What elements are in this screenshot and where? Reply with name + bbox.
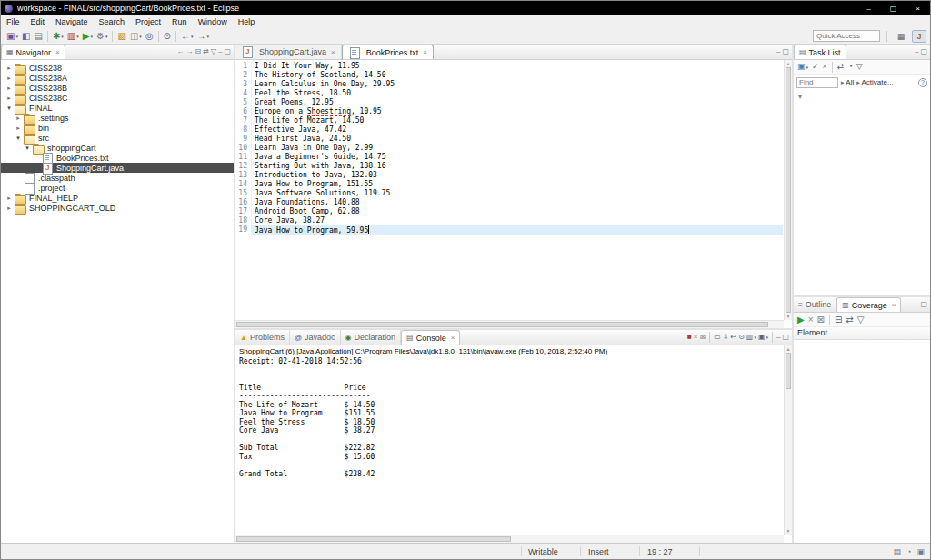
search-icon[interactable]: ⊙ [162,29,173,43]
maximize-icon[interactable]: ▢ [919,46,928,58]
editor-line[interactable]: 16Java Foundations, 140.88 [235,198,783,207]
tree-item--settings[interactable]: ▸.settings [1,113,234,123]
close-icon[interactable]: × [451,334,455,342]
editor-line[interactable]: 1I Did It Your Way, 11.95 [235,62,783,71]
editor-line[interactable]: 7The Life of Mozart, 14.50 [235,116,783,125]
scroll-lock-icon[interactable]: ⇩ [722,332,730,344]
mark-complete-icon[interactable]: ✓ [810,60,821,74]
pin-console-icon[interactable]: ⊙ [737,332,746,344]
link-with-editor-icon[interactable]: ⇄ [836,60,846,74]
expand-arrow-icon[interactable]: ▸ [5,75,14,82]
close-icon[interactable]: × [55,48,60,56]
collapse-arrow-icon[interactable]: ▾ [5,105,14,112]
editor-horizontal-scrollbar[interactable] [235,320,784,328]
navigator-tab[interactable]: ▦ Navigator × [1,45,65,59]
menu-navigate[interactable]: Navigate [50,15,94,28]
editor-text[interactable]: 1I Did It Your Way, 11.952The History of… [235,62,783,235]
console-view-tab-javadoc[interactable]: @Javadoc [290,330,341,345]
remove-all-launches-icon[interactable]: ⊠ [698,332,706,344]
editor-area[interactable]: 1I Did It Your Way, 11.952The History of… [235,60,792,328]
open-console-icon[interactable]: ▣▾ [757,332,769,344]
quick-access-input[interactable] [813,30,880,42]
new-wizard-icon[interactable]: ▣▾ [5,29,20,43]
external-tools-icon[interactable]: ⚙▾ [95,29,109,43]
menu-run[interactable]: Run [166,15,193,28]
tree-item-ciss238a[interactable]: ▸CISS238A [1,73,234,83]
tree-item-final-help[interactable]: ▸FINAL_HELP [1,193,234,203]
expand-arrow-icon[interactable]: ▸ [5,65,14,72]
editor-vertical-scrollbar[interactable]: ▲ ▼ [784,60,792,320]
display-selected-console-icon[interactable]: ▥▾ [746,332,757,344]
help-icon[interactable]: ? [918,78,927,87]
collapse-all-icon[interactable]: ⊟ [833,313,844,326]
collapse-all-icon[interactable]: ⊟ [194,46,202,58]
scrollbar-thumb[interactable] [236,322,768,327]
close-button[interactable]: × [906,1,930,15]
maximize-icon[interactable]: ▢ [781,46,790,58]
new-package-icon[interactable]: ◫▾ [128,29,144,43]
tree-item-shoppingcart-java[interactable]: ShoppingCart.java [1,163,234,173]
expand-arrow-icon[interactable]: ▸ [14,115,23,122]
delete-task-icon[interactable]: × [821,60,829,74]
editor-line[interactable]: 14Java How to Program, 151.55 [235,180,783,189]
task-find-input[interactable] [796,77,838,88]
expand-arrow-icon[interactable]: ▸ [5,85,14,92]
back-icon[interactable]: ← [175,46,185,58]
tree-item-shoppingcart[interactable]: ▾shoppingCart [1,143,234,153]
editor-line[interactable]: 3Learn Calculus in One Day, 29.95 [235,80,783,89]
coverage-icon[interactable]: ▥▾ [65,29,81,43]
menu-search[interactable]: Search [94,15,131,28]
tab-shoppingcart-java[interactable]: ShoppingCart.java × [235,45,342,59]
progress-icon[interactable]: ◔ [905,545,913,559]
close-icon[interactable]: × [423,48,427,56]
coverage-tab[interactable]: ▥ Coverage × [836,297,901,312]
tree-item-bookprices-txt[interactable]: BookPrices.txt [1,153,234,163]
tree-item--classpath[interactable]: .classpath [1,173,234,183]
expand-arrow-icon[interactable]: ▸ [5,195,14,202]
collapse-arrow-icon[interactable]: ▾ [14,135,23,142]
java-perspective-icon[interactable]: J [912,30,926,43]
editor-line[interactable]: 9Head First Java, 24.50 [235,135,783,144]
console-horizontal-scrollbar[interactable] [235,535,784,543]
editor-line[interactable]: 18Core Java, 38.27 [235,216,783,225]
editor-line[interactable]: 12Starting Out with Java, 138.16 [235,162,783,171]
tree-item-final[interactable]: ▾FINAL [1,103,234,113]
menu-file[interactable]: File [1,15,25,28]
link-with-selection-icon[interactable]: ⇄ [844,313,855,326]
new-task-icon[interactable]: ▣▾ [796,60,810,74]
editor-line[interactable]: 13Introduction to Java, 132.03 [235,171,783,180]
editor-line[interactable]: 11Java a Beginner's Guide, 14.75 [235,153,783,162]
menu-help[interactable]: Help [233,15,261,28]
show-view-toolbar-icon[interactable]: ▤ [892,545,904,559]
editor-line[interactable]: 5Great Poems, 12.95 [235,98,783,107]
tree-item-ciss238c[interactable]: ▸CISS238C [1,93,234,103]
chevron-down-icon[interactable]: ▾ [798,93,802,101]
forward-icon[interactable]: → [185,46,194,58]
launch-coverage-icon[interactable]: ▶ [796,313,806,326]
console-view-tab-declaration[interactable]: ◉Declaration [341,330,402,345]
editor-line[interactable]: 8Effective Java, 47.42 [235,125,783,135]
editor-line[interactable]: 10Learn Java in One Day, 2.99 [235,144,783,153]
open-type-icon[interactable]: ◎ [144,29,155,43]
minimize-button[interactable]: – [856,1,881,15]
editor-line[interactable]: 15Java Software Solutions, 119.75 [235,189,783,198]
task-list-body[interactable]: ▾ [794,90,930,295]
task-scope-all-link[interactable]: ▸ All [841,78,854,86]
forward-icon[interactable]: →▾ [195,29,212,43]
expand-arrow-icon[interactable]: ▸ [5,95,14,102]
maximize-icon[interactable]: ▢ [781,332,790,344]
focus-workweek-icon[interactable]: ◔ [846,60,854,74]
maximize-button[interactable]: ▢ [881,1,906,15]
scroll-down-icon[interactable]: ▼ [785,528,792,534]
back-icon[interactable]: ←▾ [179,29,195,43]
view-menu-icon[interactable]: ▽ [856,313,866,326]
editor-line[interactable]: 2The History of Scotland, 14.50 [235,71,783,80]
console-view-tab-console[interactable]: ▤Console× [401,330,460,345]
tree-item-shoppingcart-old[interactable]: ▸SHOPPINGCART_OLD [1,203,234,213]
close-icon[interactable]: × [331,48,335,56]
remove-launch-icon[interactable]: × [693,332,699,344]
remove-session-icon[interactable]: × [806,313,816,326]
collapse-arrow-icon[interactable]: ▾ [23,145,32,152]
open-perspective-icon[interactable]: ▦ [894,30,908,43]
debug-icon[interactable]: ✱▾ [51,29,65,43]
